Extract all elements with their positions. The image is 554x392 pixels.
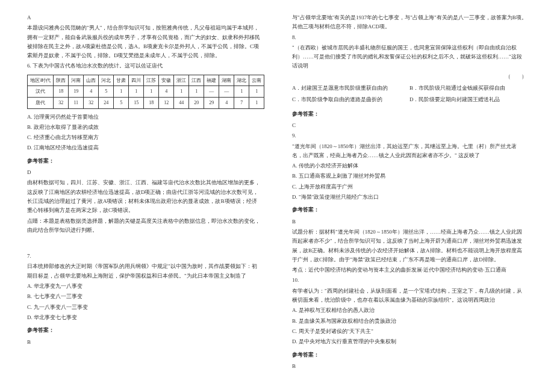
q6-option-a: A. 治理黄河仍然处于首要地位 [27,113,262,122]
q9-option-a: A. 传统的小农经济开始解体 [292,161,527,170]
answer-9-explanation-1: 试题分析：据材料"道光年间（1820～1850年）湖丝出洋，……经商上海者乃众…… [292,228,527,264]
table-cell: 1 [249,97,264,108]
row-label-tang: 唐代 [28,97,54,108]
question-9-number: 9. [292,131,527,140]
table-cell: 32 [84,97,99,108]
answer-8-letter: C [292,121,527,130]
q8-option-c: C．市民阶级争取自由的道路是曲折的 [292,95,409,104]
question-8-stem: "（在西欧）被城市居民的丰盛礼物所征服的国王，也同意宣留保障这些权利（即自由或自… [292,43,527,71]
table-header: 湖北 [234,75,249,86]
answer-label: 参考答案： [292,110,527,119]
table-cell: 5 [99,86,114,98]
q9-option-c: C. 上海开放程度高于广州 [292,182,527,191]
q7-option-a: A. 华北事变九一八事变 [27,282,262,291]
answer-7-explanation: 与"占领华北要地"有关的是1937年的七七事变，与"占领上海"有关的是八一三事变… [292,13,527,32]
question-8-number: 8. [292,33,527,42]
answer-label: 参考答案： [292,205,527,214]
table-row: 唐代 32 11 32 24 5 15 18 12 44 20 29 4 7 1 [28,97,264,108]
table-header: 江苏 [144,75,159,86]
answer-5-explanation: 本题设问雅典公民范畴的"男人"，结合所学知识可知，按照雅典传统，凡父母祖籍均属于… [27,23,262,60]
table-cell: — [204,86,219,98]
table-cell: 19 [69,86,84,98]
table-cell: 5 [114,97,129,108]
answer-9-letter: B [292,217,527,226]
table-cell: 44 [174,97,189,108]
answer-5-letter: A [27,13,262,22]
table-header: 湖南 [219,75,234,86]
table-header: 云南 [249,75,264,86]
question-6-stem: 6. 下表为中国古代各地治水次数的统计。这可以佐证唐代 [27,61,262,70]
table-cell: 1 [234,86,249,98]
table-cell: 1 [189,86,204,98]
table-cell: 1 [144,86,159,98]
q6-option-b: B. 政府治水取得了显著的成效 [27,123,262,132]
answer-label: 参考答案： [27,326,262,335]
answer-9-explanation-2: 考点：近代中国经济结构的变动与资本主义的曲折发展·近代中国经济结构的变动·五口通… [292,266,527,275]
table-header: 河南 [69,75,84,86]
question-8-blank: （ ） [292,72,527,81]
table-cell: 1 [129,86,144,98]
answer-label: 参考答案： [292,350,527,359]
answer-6-explanation-1: 由材料数据可知，四川、江苏、安徽、浙江、江西、福建等唐代治水次数比其他地区增加的… [27,178,262,215]
table-cell: 18 [54,86,69,98]
table-cell: 29 [204,97,219,108]
table-header: 甘肃 [114,75,129,86]
q8-option-b: B．市民阶级只能通过金钱赎买获得自由 [409,84,527,93]
question-9-stem: "道光年间（1820～1850年）湖丝出洋，其始运至广东，其继运至上海。七里（村… [292,142,527,161]
table-cell: 12 [159,97,174,108]
table-row: 汉代 18 19 4 5 1 1 1 4 1 1 — — 1 1 [28,86,264,98]
row-label-han: 汉代 [28,86,54,98]
table-cell: 20 [189,97,204,108]
q7-option-b: B. 七七事变八一三事变 [27,292,262,301]
q10-option-d: D. 是中央对地方实行垂直管理的中央集权制 [292,337,527,346]
q7-option-d: D. 华北事变七七事变 [27,313,262,322]
table-header-region: 地区\时代 [28,75,54,86]
table-cell: 24 [99,97,114,108]
table-header: 安徽 [159,75,174,86]
water-governance-table: 地区\时代 陕西 河南 山西 河北 甘肃 四川 江苏 安徽 浙江 江西 福建 湖… [27,75,264,109]
answer-label: 参考答案： [27,157,262,166]
table-header: 山西 [84,75,99,86]
question-7-stem: 日本统帅部修改的大正时期《帝国军队的用兵纲领》中规定"以中国为敌时，其作战要领如… [27,262,262,281]
table-cell: 1 [114,86,129,98]
question-7-number: 7. [27,252,262,261]
question-10-number: 10. [292,276,527,285]
table-cell: — [219,86,234,98]
q7-option-c: C. 九一八事变八一三事变 [27,303,262,312]
table-cell: 32 [54,97,69,108]
q10-option-c: C. 周天子是受封诸侯的"天下共主" [292,327,527,336]
table-cell: 1 [249,86,264,98]
answer-10-letter: B [292,362,527,371]
q8-option-a: A．封建国王是愿意市民阶级重获自由的 [292,84,409,93]
answer-6-letter: D [27,168,262,177]
table-header: 江西 [189,75,204,86]
table-cell: 4 [159,86,174,98]
table-cell: 7 [234,97,249,108]
table-cell: 4 [219,97,234,108]
table-cell: 15 [129,97,144,108]
q9-option-b: B. 五口通商客观上刺激了湖丝对外贸易 [292,172,527,181]
table-cell: 4 [84,86,99,98]
answer-6-explanation-2: 点睛：本题是表格数据类选择题，解题的关键是高度关注表格中的数据信息，即治水次数的… [27,217,262,235]
table-header: 陕西 [54,75,69,86]
q6-option-c: C. 经济重心由北方转移至南方 [27,133,262,142]
table-header: 河北 [99,75,114,86]
question-10-stem: 有学者认为："西周的封建社会，从纵剖面看，是一个宝塔式结构，王室之下，有几级的封… [292,287,527,305]
q6-option-d: D. 江南地区经济地位迅速提高 [27,143,262,152]
table-cell: 11 [69,97,84,108]
q8-option-d: D．民阶级要定期向封建国王赠送礼品 [409,95,527,104]
table-cell: 18 [144,97,159,108]
table-cell: 1 [174,86,189,98]
q9-option-d: D. "海禁"政策使湖丝只能经广东出口 [292,193,527,202]
table-header: 浙江 [174,75,189,86]
answer-7-letter: B [27,338,262,347]
q10-option-a: A. 是神权与王权相结合的愚人政治 [292,306,527,315]
table-header: 福建 [204,75,219,86]
table-header: 四川 [129,75,144,86]
q10-option-b: B. 是血缘关系与国家政权相结合的贵族政治 [292,317,527,326]
